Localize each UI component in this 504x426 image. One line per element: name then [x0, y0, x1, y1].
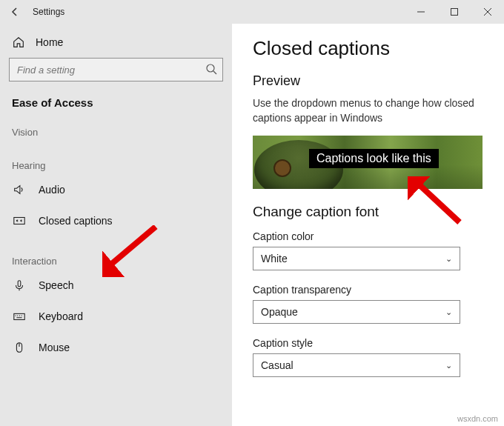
select-value: Opaque — [261, 306, 298, 318]
watermark: wsxdn.com — [457, 414, 498, 423]
search-icon — [205, 63, 217, 78]
home-icon — [12, 36, 25, 49]
sidebar-item-label: Home — [36, 36, 63, 48]
closed-captions-icon — [12, 214, 27, 227]
select-caption-transparency[interactable]: Opaque ⌄ — [253, 300, 460, 324]
svg-rect-0 — [451, 9, 457, 16]
arrow-left-icon — [9, 6, 21, 18]
sidebar-item-label: Closed captions — [39, 215, 113, 227]
sidebar: Home Ease of Access Vision Hearing Audio… — [0, 24, 232, 426]
search-input[interactable] — [9, 58, 223, 81]
caption-sample-text: Captions look like this — [309, 149, 439, 168]
chevron-down-icon: ⌄ — [445, 254, 452, 264]
select-caption-color[interactable]: White ⌄ — [253, 247, 460, 270]
field-label: Caption transparency — [253, 284, 483, 296]
field-caption-style: Caption style Casual ⌄ — [253, 337, 483, 377]
page-title: Closed captions — [253, 37, 483, 60]
field-caption-transparency: Caption transparency Opaque ⌄ — [253, 284, 483, 324]
main-content: Closed captions Preview Use the dropdown… — [232, 24, 504, 426]
keyboard-icon — [12, 310, 27, 323]
svg-rect-2 — [14, 218, 24, 224]
sidebar-category-interaction: Interaction — [0, 250, 232, 270]
sidebar-item-speech[interactable]: Speech — [0, 270, 232, 301]
sidebar-subheader: Ease of Access — [0, 92, 232, 121]
search-input-wrapper — [9, 58, 223, 81]
chevron-down-icon: ⌄ — [445, 307, 452, 317]
sidebar-item-label: Speech — [39, 279, 73, 291]
field-label: Caption color — [253, 230, 483, 242]
sidebar-item-audio[interactable]: Audio — [0, 174, 232, 205]
sidebar-item-home[interactable]: Home — [0, 24, 232, 58]
field-caption-color: Caption color White ⌄ — [253, 230, 483, 270]
minimize-icon — [417, 8, 425, 16]
titlebar: Settings — [0, 0, 504, 24]
window-title: Settings — [33, 7, 64, 17]
chevron-down-icon: ⌄ — [445, 361, 452, 370]
select-value: White — [261, 253, 288, 264]
svg-point-1 — [207, 64, 214, 72]
close-button[interactable] — [471, 0, 504, 24]
preview-door — [273, 159, 291, 177]
maximize-button[interactable] — [437, 0, 471, 24]
minimize-button[interactable] — [404, 0, 437, 24]
sidebar-item-mouse[interactable]: Mouse — [0, 332, 232, 363]
select-value: Casual — [261, 359, 294, 371]
maximize-icon — [451, 8, 458, 16]
preview-heading: Preview — [253, 73, 483, 89]
change-font-heading: Change caption font — [253, 204, 483, 220]
sidebar-category-hearing: Hearing — [0, 154, 232, 174]
back-button[interactable] — [0, 0, 30, 24]
caption-preview: Captions look like this — [253, 136, 483, 189]
svg-rect-4 — [14, 313, 24, 319]
select-caption-style[interactable]: Casual ⌄ — [253, 353, 460, 377]
field-label: Caption style — [253, 337, 483, 349]
audio-icon — [12, 183, 27, 196]
sidebar-category-vision: Vision — [0, 121, 232, 141]
sidebar-item-label: Audio — [39, 184, 65, 196]
mouse-icon — [12, 341, 27, 354]
sidebar-item-closed-captions[interactable]: Closed captions — [0, 205, 232, 236]
close-icon — [484, 8, 491, 16]
preview-description: Use the dropdown menus to change how clo… — [253, 96, 475, 125]
sidebar-item-keyboard[interactable]: Keyboard — [0, 301, 232, 332]
sidebar-item-label: Keyboard — [39, 310, 83, 322]
svg-rect-3 — [18, 281, 21, 287]
speech-icon — [12, 279, 27, 292]
sidebar-item-label: Mouse — [39, 342, 70, 353]
